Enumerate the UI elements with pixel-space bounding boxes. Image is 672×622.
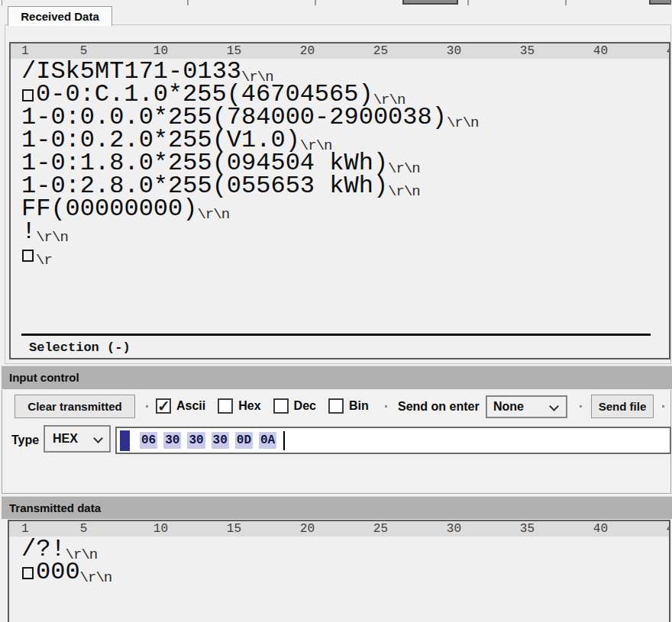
- hex-byte-chip: 30: [163, 432, 181, 449]
- received-text[interactable]: /ISk5MT171-0133\r\n0-0:C.1.0*255(4670456…: [11, 59, 669, 266]
- column-ruler: 151015202530354045: [9, 521, 669, 537]
- hex-byte-chip: 30: [187, 432, 205, 449]
- remnant-separator: [467, 0, 469, 5]
- terminal-line: \r: [21, 243, 669, 266]
- control-box-icon: [22, 250, 34, 262]
- chevron-down-icon: [93, 433, 103, 443]
- transmitted-data-header: Transmitted data: [2, 496, 672, 519]
- ruler-label: 20: [300, 522, 315, 536]
- hex-byte-chip: 0A: [259, 432, 276, 449]
- ruler-label: 10: [153, 44, 168, 58]
- text-run: !: [21, 218, 36, 246]
- ascii-checkbox[interactable]: ✓Ascii: [156, 398, 205, 414]
- ruler-label: 15: [227, 44, 241, 58]
- text-cursor: [283, 431, 285, 450]
- hex-input[interactable]: 063030300D0A: [115, 427, 671, 454]
- check-icon: ✓: [157, 397, 170, 415]
- ruler-label: 15: [227, 522, 241, 536]
- checkbox-label: Bin: [349, 399, 369, 413]
- type-label: Type: [11, 433, 39, 447]
- terminal-line: !\r\n: [21, 221, 669, 243]
- toolbar-dot: [146, 405, 148, 408]
- checkbox-label: Dec: [294, 399, 316, 413]
- column-ruler: 151015202530354045: [11, 44, 669, 59]
- terminal-line: 000\r\n: [21, 561, 669, 584]
- control-box-icon: [22, 567, 34, 579]
- hex-byte-chip: 0D: [235, 432, 253, 449]
- checkbox-label: Ascii: [176, 399, 205, 413]
- format-checkbox-group: ✓AsciiHexDecBin: [156, 398, 369, 414]
- ruler-label: 25: [373, 44, 388, 58]
- send-on-enter-select[interactable]: None: [486, 395, 567, 418]
- send-on-enter-label: Send on enter: [398, 400, 480, 414]
- selection-status: Selection (-): [29, 340, 131, 355]
- ruler-label: 35: [520, 522, 535, 536]
- send-file-button[interactable]: Send file: [591, 395, 654, 418]
- hex-checkbox[interactable]: Hex: [218, 398, 260, 414]
- checkbox-box[interactable]: [218, 398, 233, 414]
- text-run: FF(00000000): [21, 195, 197, 223]
- selection-divider: [21, 334, 651, 336]
- toolbar-dot: [385, 405, 387, 408]
- window-border: [670, 0, 670, 5]
- checkbox-box[interactable]: ✓: [156, 398, 171, 414]
- ruler-label: 30: [447, 44, 461, 58]
- ruler-label: 45: [667, 44, 670, 58]
- bin-checkbox[interactable]: Bin: [328, 398, 369, 414]
- transmitted-data-box[interactable]: 151015202530354045 /?!\r\n000\r\n: [8, 520, 670, 622]
- ruler-label: 20: [300, 44, 315, 58]
- chevron-down-icon: [549, 401, 559, 411]
- control-char: \r\n: [197, 206, 229, 223]
- checkbox-label: Hex: [238, 399, 260, 413]
- toolbar-dot: [662, 405, 664, 408]
- ruler-label: 25: [373, 522, 388, 536]
- control-char: \r\n: [447, 114, 479, 131]
- type-select[interactable]: HEX: [44, 425, 111, 453]
- remnant-separator: [565, 0, 567, 5]
- checkbox-box[interactable]: [328, 398, 344, 414]
- input-marker: [120, 430, 130, 451]
- toolbar-dot: [580, 405, 582, 408]
- ruler-label: 35: [520, 44, 535, 58]
- tab-received-data[interactable]: Received Data: [8, 6, 112, 26]
- control-char: \r: [36, 252, 52, 269]
- ruler-label: 10: [153, 522, 168, 536]
- input-control-header: Input control: [2, 366, 672, 389]
- ruler-label: 5: [80, 522, 88, 536]
- ruler-label: 1: [21, 44, 29, 58]
- control-char: \r\n: [388, 183, 420, 200]
- remnant-control: [402, 0, 458, 5]
- remnant-separator: [187, 0, 189, 5]
- window-border: [2, 0, 2, 5]
- ruler-label: 1: [21, 522, 29, 536]
- text-run: 000: [36, 558, 80, 586]
- checkbox-box[interactable]: [273, 398, 289, 414]
- dec-checkbox[interactable]: Dec: [273, 398, 316, 414]
- control-box-icon: [22, 89, 34, 102]
- ruler-label: 5: [80, 44, 88, 58]
- ruler-label: 40: [593, 522, 608, 536]
- ruler-label: 40: [593, 44, 608, 58]
- control-char: \r\n: [80, 569, 112, 586]
- terminal-line: FF(00000000)\r\n: [21, 198, 669, 221]
- clear-transmitted-button[interactable]: Clear transmitted: [15, 395, 135, 418]
- type-value: HEX: [53, 432, 78, 445]
- send-on-enter-value: None: [493, 400, 524, 413]
- window-top-remnant: [0, 0, 672, 5]
- hex-byte-chip: 30: [212, 432, 229, 449]
- terminal-line: /?!\r\n: [21, 538, 669, 561]
- hex-byte-chip: 06: [140, 432, 157, 449]
- remnant-separator: [315, 0, 316, 5]
- input-control-panel: Clear transmitted ✓AsciiHexDecBin Send o…: [2, 390, 671, 494]
- transmitted-text[interactable]: /?!\r\n000\r\n: [9, 537, 669, 584]
- received-data-box[interactable]: 151015202530354045 /ISk5MT171-0133\r\n0-…: [9, 42, 670, 359]
- remnant-control: [649, 0, 671, 5]
- hex-byte-list: 063030300D0A: [140, 432, 283, 449]
- ruler-label: 45: [667, 522, 670, 536]
- ruler-label: 30: [447, 522, 461, 536]
